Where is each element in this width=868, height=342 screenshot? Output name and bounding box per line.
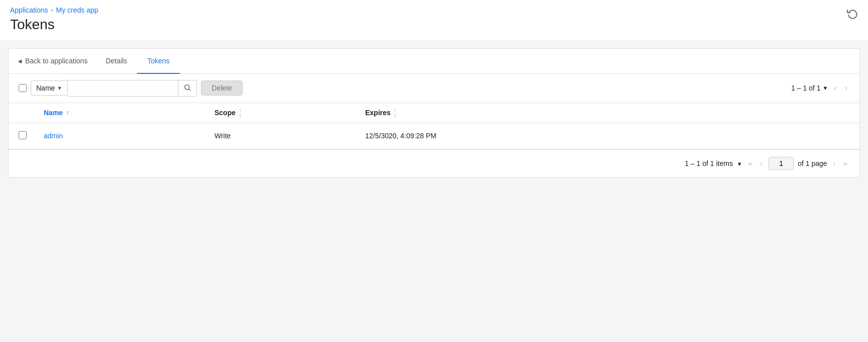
- history-button[interactable]: [847, 8, 858, 22]
- row-expires: 12/5/3020, 4:09:28 PM: [365, 132, 849, 140]
- filter-label: Name: [36, 84, 55, 92]
- tab-tokens[interactable]: Tokens: [137, 49, 179, 74]
- expires-sort-icon: ↑↓: [394, 108, 397, 118]
- breadcrumb-applications[interactable]: Applications: [10, 6, 48, 14]
- row-checkbox[interactable]: [19, 131, 27, 139]
- tab-back-label: Back to applications: [25, 57, 88, 65]
- scope-sort-icon: ↑↓: [239, 108, 242, 118]
- pagination-of-label: of 1 page: [798, 159, 827, 167]
- column-header-scope[interactable]: Scope ↑↓: [214, 108, 365, 118]
- pagination-bottom: 1 – 1 of 1 items ▼ « ‹ of 1 page › »: [9, 149, 859, 177]
- select-all-checkbox-wrapper: [19, 84, 27, 92]
- pagination-prev-bottom-button[interactable]: ‹: [758, 158, 765, 168]
- page-number-input[interactable]: [769, 157, 794, 170]
- back-arrow-icon: ◄: [17, 57, 23, 65]
- table-row: admin Write 12/5/3020, 4:09:28 PM: [9, 123, 859, 149]
- breadcrumb-current-app[interactable]: My creds app: [56, 6, 98, 14]
- toolbar: Name ▼ Delete 1 – 1 of 1 ▼ ‹ ›: [9, 74, 859, 103]
- search-input[interactable]: [68, 80, 178, 97]
- pagination-next-button[interactable]: ›: [843, 82, 849, 94]
- pagination-range-label: 1 – 1 of 1 ▼: [791, 84, 828, 92]
- select-all-checkbox[interactable]: [19, 84, 27, 92]
- filter-dropdown[interactable]: Name ▼: [31, 80, 68, 96]
- pagination-bottom-dropdown-arrow-icon[interactable]: ▼: [737, 161, 742, 167]
- main-content: ◄ Back to applications Details Tokens Na…: [8, 48, 860, 178]
- table-header: Name ↑ Scope ↑↓ Expires ↑↓: [9, 103, 859, 123]
- tabs-bar: ◄ Back to applications Details Tokens: [9, 49, 859, 74]
- pagination-first-button[interactable]: «: [746, 158, 754, 168]
- top-bar: Applications › My creds app Tokens: [0, 0, 868, 40]
- column-header-expires[interactable]: Expires ↑↓: [365, 108, 849, 118]
- page-title: Tokens: [10, 16, 858, 33]
- pagination-top-dropdown-arrow-icon[interactable]: ▼: [822, 85, 828, 91]
- history-icon: [847, 9, 858, 22]
- filter-search-group: Name ▼: [31, 80, 197, 97]
- name-sort-asc-icon: ↑: [66, 109, 69, 116]
- row-scope: Write: [214, 132, 365, 140]
- tab-details[interactable]: Details: [95, 49, 137, 74]
- pagination-bottom-range: 1 – 1 of 1 items ▼: [685, 159, 742, 167]
- svg-line-1: [189, 89, 190, 91]
- pagination-top: 1 – 1 of 1 ▼ ‹ ›: [791, 82, 849, 94]
- row-checkbox-wrapper: [19, 131, 44, 141]
- row-name[interactable]: admin: [44, 132, 214, 140]
- search-icon: [183, 83, 191, 93]
- pagination-last-button[interactable]: »: [841, 158, 849, 168]
- column-header-name[interactable]: Name ↑: [44, 109, 214, 117]
- pagination-prev-button[interactable]: ‹: [832, 82, 838, 94]
- search-button[interactable]: [178, 80, 197, 97]
- tab-back-to-applications[interactable]: ◄ Back to applications: [17, 49, 95, 73]
- filter-dropdown-arrow-icon: ▼: [57, 85, 62, 91]
- breadcrumb-separator: ›: [51, 7, 53, 14]
- delete-button[interactable]: Delete: [201, 80, 242, 96]
- pagination-next-bottom-button[interactable]: ›: [831, 158, 838, 168]
- breadcrumb: Applications › My creds app: [10, 6, 858, 14]
